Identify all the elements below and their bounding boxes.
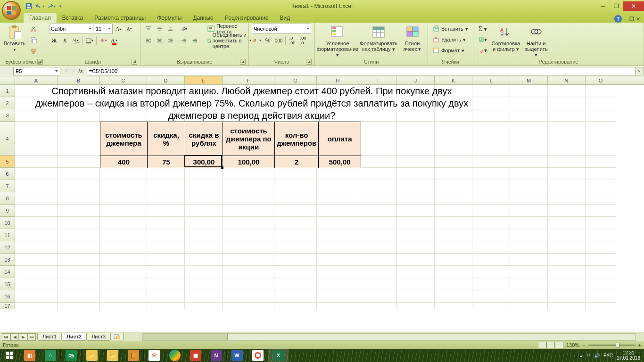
formula-bar-expand-icon[interactable]: [636, 67, 644, 75]
cell[interactable]: [586, 180, 616, 192]
cell[interactable]: [223, 217, 274, 229]
cell[interactable]: [274, 205, 317, 217]
ribbon-tab-3[interactable]: Формулы: [151, 13, 187, 23]
cell[interactable]: [548, 229, 586, 241]
taskbar-app-4[interactable]: 📁: [81, 349, 102, 362]
cell[interactable]: [397, 217, 435, 229]
cell[interactable]: [100, 205, 147, 217]
cell[interactable]: [223, 180, 274, 192]
fill-color-icon[interactable]: ▾: [98, 35, 108, 46]
column-header[interactable]: N: [548, 76, 586, 84]
table-header-cell[interactable]: стоимость джемпера: [100, 122, 148, 156]
cell[interactable]: [472, 97, 510, 109]
row-header[interactable]: 2: [0, 97, 15, 109]
cell[interactable]: [472, 192, 510, 205]
cell[interactable]: [359, 229, 397, 241]
cell[interactable]: [359, 290, 397, 303]
column-header[interactable]: K: [435, 76, 472, 84]
page-break-view-icon[interactable]: [555, 342, 563, 348]
cell[interactable]: [223, 303, 274, 309]
cell[interactable]: [100, 97, 147, 109]
cell[interactable]: [510, 192, 548, 205]
cell[interactable]: [147, 85, 185, 97]
cell[interactable]: [147, 192, 185, 205]
cell[interactable]: [317, 229, 359, 241]
taskbar-app-excel[interactable]: X: [268, 349, 289, 362]
cell[interactable]: [359, 156, 397, 168]
formula-input[interactable]: =C5*D5/100: [87, 67, 636, 75]
cell[interactable]: [100, 168, 147, 180]
increase-indent-icon[interactable]: [190, 35, 200, 46]
row-header[interactable]: 10: [0, 217, 15, 229]
cell[interactable]: [472, 278, 510, 290]
align-left-icon[interactable]: [143, 35, 154, 46]
align-top-icon[interactable]: [143, 24, 154, 34]
cell[interactable]: [435, 217, 472, 229]
tray-clock[interactable]: 12:31 17.01.2016: [617, 350, 640, 361]
cell[interactable]: [548, 85, 586, 97]
cell[interactable]: [548, 109, 586, 122]
cell[interactable]: [510, 229, 548, 241]
format-as-table-button[interactable]: Форматировать как таблицу ▾: [359, 24, 398, 53]
cell[interactable]: [147, 109, 185, 122]
new-sheet-tab[interactable]: [110, 333, 124, 340]
cell[interactable]: [435, 156, 472, 168]
copy-icon[interactable]: [28, 35, 39, 45]
cell[interactable]: [510, 97, 548, 109]
cell[interactable]: [100, 278, 147, 290]
sheet-tab[interactable]: Лист3: [86, 333, 111, 341]
row-header[interactable]: 7: [0, 180, 15, 192]
cell[interactable]: [586, 156, 616, 168]
cell[interactable]: [15, 180, 58, 192]
cell[interactable]: [317, 290, 359, 303]
cell[interactable]: [317, 254, 359, 266]
cell[interactable]: [223, 266, 274, 278]
cell[interactable]: [185, 229, 223, 241]
cell[interactable]: [15, 97, 58, 109]
cell[interactable]: [58, 241, 100, 254]
cell[interactable]: [147, 241, 185, 254]
delete-cells-button[interactable]: Удалить ▾: [431, 34, 468, 45]
hscroll-thumb[interactable]: [143, 334, 228, 340]
sheet-nav-first-icon[interactable]: ⏮: [2, 333, 10, 341]
cell[interactable]: [548, 241, 586, 254]
table-header-cell[interactable]: скидка, %: [148, 122, 185, 156]
help-icon[interactable]: ?: [614, 15, 622, 23]
cell[interactable]: [58, 109, 100, 122]
row-header[interactable]: 4: [0, 122, 15, 156]
start-button[interactable]: [0, 349, 19, 362]
app-restore-icon[interactable]: ❐: [629, 16, 634, 22]
cell[interactable]: [435, 229, 472, 241]
cell[interactable]: [223, 290, 274, 303]
column-header[interactable]: M: [510, 76, 548, 84]
table-header-cell[interactable]: стоимость джемпера по акции: [223, 122, 275, 156]
number-dialog-launcher[interactable]: ◢: [306, 59, 312, 65]
align-center-icon[interactable]: [154, 35, 165, 46]
cell[interactable]: [15, 241, 58, 254]
cell[interactable]: [185, 97, 223, 109]
cell[interactable]: [510, 278, 548, 290]
cell[interactable]: [472, 229, 510, 241]
cell[interactable]: [548, 168, 586, 180]
cell[interactable]: [15, 266, 58, 278]
ribbon-tab-1[interactable]: Вставка: [57, 13, 89, 23]
cell[interactable]: [58, 229, 100, 241]
row-header[interactable]: 14: [0, 266, 15, 278]
taskbar-app-6[interactable]: 📙: [123, 349, 143, 362]
cell[interactable]: [586, 205, 616, 217]
cell[interactable]: [15, 254, 58, 266]
cell[interactable]: [317, 205, 359, 217]
cell[interactable]: [435, 278, 472, 290]
cell[interactable]: [472, 241, 510, 254]
cell[interactable]: [100, 180, 147, 192]
cell[interactable]: [185, 278, 223, 290]
cell[interactable]: [397, 303, 435, 309]
font-color-icon[interactable]: A▾: [109, 35, 119, 46]
cell[interactable]: [510, 266, 548, 278]
cell[interactable]: [100, 290, 147, 303]
row-header[interactable]: 8: [0, 192, 15, 205]
cell[interactable]: [510, 303, 548, 309]
table-value-cell[interactable]: 300,00: [185, 156, 223, 168]
sheet-nav-prev-icon[interactable]: ◀: [10, 333, 19, 341]
ribbon-tab-0[interactable]: Главная: [24, 13, 57, 23]
